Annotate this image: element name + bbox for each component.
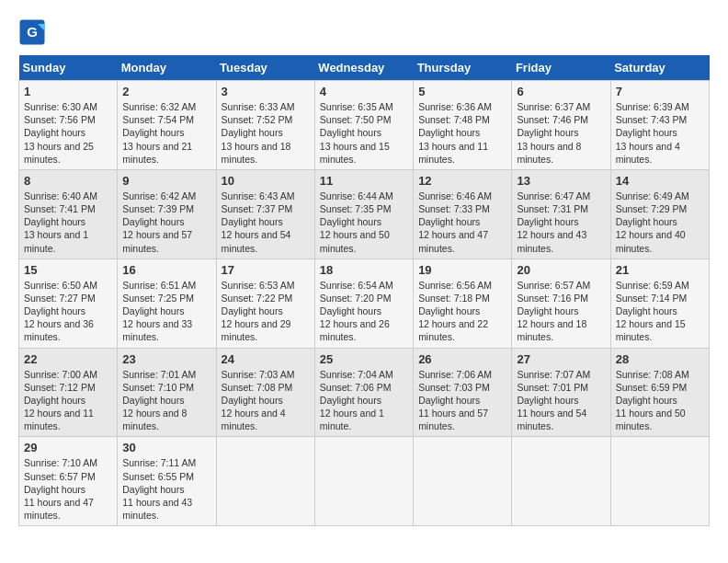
day-number: 7: [616, 85, 704, 98]
calendar-cell: 23 Sunrise: 7:01 AM Sunset: 7:10 PM Dayl…: [118, 348, 216, 437]
weekday-header: Thursday: [414, 55, 512, 81]
logo-icon: G: [18, 18, 46, 46]
day-number: 25: [320, 352, 408, 366]
day-number: 27: [517, 352, 605, 366]
day-number: 28: [616, 352, 704, 366]
day-info: Sunrise: 6:32 AM Sunset: 7:54 PM Dayligh…: [122, 100, 210, 166]
weekday-header: Sunday: [19, 55, 118, 81]
calendar-cell: [610, 437, 709, 526]
day-number: 8: [24, 174, 112, 188]
day-info: Sunrise: 6:53 AM Sunset: 7:22 PM Dayligh…: [222, 279, 310, 344]
calendar-cell: 1 Sunrise: 6:30 AM Sunset: 7:56 PM Dayli…: [19, 81, 118, 170]
day-number: 13: [517, 174, 605, 188]
day-info: Sunrise: 6:44 AM Sunset: 7:35 PM Dayligh…: [320, 190, 408, 255]
day-number: 11: [320, 174, 408, 188]
day-info: Sunrise: 7:11 AM Sunset: 6:55 PM Dayligh…: [122, 456, 210, 522]
day-info: Sunrise: 7:03 AM Sunset: 7:08 PM Dayligh…: [222, 368, 310, 433]
calendar-cell: 8 Sunrise: 6:40 AM Sunset: 7:41 PM Dayli…: [19, 169, 118, 259]
day-info: Sunrise: 6:50 AM Sunset: 7:27 PM Dayligh…: [24, 279, 112, 344]
calendar-cell: 25 Sunrise: 7:04 AM Sunset: 7:06 PM Dayl…: [314, 348, 413, 437]
day-info: Sunrise: 7:01 AM Sunset: 7:10 PM Dayligh…: [122, 368, 210, 433]
day-info: Sunrise: 6:43 AM Sunset: 7:37 PM Dayligh…: [222, 190, 310, 255]
page-header: G: [18, 18, 710, 46]
calendar-row: 1 Sunrise: 6:30 AM Sunset: 7:56 PM Dayli…: [19, 81, 710, 170]
day-number: 4: [320, 85, 408, 98]
day-info: Sunrise: 6:47 AM Sunset: 7:31 PM Dayligh…: [517, 190, 605, 255]
day-info: Sunrise: 6:46 AM Sunset: 7:33 PM Dayligh…: [418, 190, 506, 255]
calendar-cell: 29 Sunrise: 7:10 AM Sunset: 6:57 PM Dayl…: [19, 437, 118, 526]
day-info: Sunrise: 6:59 AM Sunset: 7:14 PM Dayligh…: [616, 279, 704, 344]
weekday-header: Friday: [512, 55, 610, 81]
calendar-table: SundayMondayTuesdayWednesdayThursdayFrid…: [18, 55, 710, 526]
day-number: 22: [24, 352, 112, 366]
day-number: 23: [122, 352, 210, 366]
calendar-cell: 7 Sunrise: 6:39 AM Sunset: 7:43 PM Dayli…: [610, 81, 709, 170]
day-number: 15: [24, 263, 112, 277]
calendar-header: SundayMondayTuesdayWednesdayThursdayFrid…: [19, 55, 710, 81]
calendar-cell: [512, 437, 610, 526]
day-number: 6: [517, 85, 605, 98]
calendar-row: 29 Sunrise: 7:10 AM Sunset: 6:57 PM Dayl…: [19, 437, 710, 526]
day-info: Sunrise: 6:37 AM Sunset: 7:46 PM Dayligh…: [517, 100, 605, 166]
calendar-cell: 22 Sunrise: 7:00 AM Sunset: 7:12 PM Dayl…: [19, 348, 118, 437]
day-number: 16: [122, 263, 210, 277]
calendar-cell: 15 Sunrise: 6:50 AM Sunset: 7:27 PM Dayl…: [19, 259, 118, 348]
day-info: Sunrise: 6:56 AM Sunset: 7:18 PM Dayligh…: [418, 279, 506, 344]
calendar-cell: 14 Sunrise: 6:49 AM Sunset: 7:29 PM Dayl…: [610, 169, 709, 259]
day-info: Sunrise: 7:00 AM Sunset: 7:12 PM Dayligh…: [24, 368, 112, 433]
weekday-header: Monday: [118, 55, 216, 81]
calendar-cell: [314, 437, 413, 526]
calendar-body: 1 Sunrise: 6:30 AM Sunset: 7:56 PM Dayli…: [19, 81, 710, 526]
calendar-cell: 16 Sunrise: 6:51 AM Sunset: 7:25 PM Dayl…: [118, 259, 216, 348]
day-info: Sunrise: 6:33 AM Sunset: 7:52 PM Dayligh…: [222, 100, 310, 166]
day-number: 5: [418, 85, 506, 98]
weekday-header: Wednesday: [314, 55, 413, 81]
calendar-cell: 28 Sunrise: 7:08 AM Sunset: 6:59 PM Dayl…: [610, 348, 709, 437]
weekday-header: Tuesday: [216, 55, 314, 81]
calendar-cell: 13 Sunrise: 6:47 AM Sunset: 7:31 PM Dayl…: [512, 169, 610, 259]
logo: G: [18, 18, 50, 46]
day-info: Sunrise: 6:49 AM Sunset: 7:29 PM Dayligh…: [616, 190, 704, 255]
day-number: 2: [122, 85, 210, 98]
calendar-cell: 3 Sunrise: 6:33 AM Sunset: 7:52 PM Dayli…: [216, 81, 314, 170]
calendar-cell: 20 Sunrise: 6:57 AM Sunset: 7:16 PM Dayl…: [512, 259, 610, 348]
calendar-cell: 19 Sunrise: 6:56 AM Sunset: 7:18 PM Dayl…: [414, 259, 512, 348]
day-number: 21: [616, 263, 704, 277]
calendar-cell: 2 Sunrise: 6:32 AM Sunset: 7:54 PM Dayli…: [118, 81, 216, 170]
calendar-cell: 9 Sunrise: 6:42 AM Sunset: 7:39 PM Dayli…: [118, 169, 216, 259]
day-info: Sunrise: 6:57 AM Sunset: 7:16 PM Dayligh…: [517, 279, 605, 344]
calendar-cell: 5 Sunrise: 6:36 AM Sunset: 7:48 PM Dayli…: [414, 81, 512, 170]
day-info: Sunrise: 7:08 AM Sunset: 6:59 PM Dayligh…: [616, 368, 704, 433]
svg-text:G: G: [27, 24, 38, 40]
calendar-cell: [414, 437, 512, 526]
calendar-row: 15 Sunrise: 6:50 AM Sunset: 7:27 PM Dayl…: [19, 259, 710, 348]
day-number: 29: [24, 441, 112, 454]
day-info: Sunrise: 6:35 AM Sunset: 7:50 PM Dayligh…: [320, 100, 408, 166]
calendar-cell: 30 Sunrise: 7:11 AM Sunset: 6:55 PM Dayl…: [118, 437, 216, 526]
day-number: 18: [320, 263, 408, 277]
calendar-row: 22 Sunrise: 7:00 AM Sunset: 7:12 PM Dayl…: [19, 348, 710, 437]
day-info: Sunrise: 6:36 AM Sunset: 7:48 PM Dayligh…: [418, 100, 506, 166]
calendar-row: 8 Sunrise: 6:40 AM Sunset: 7:41 PM Dayli…: [19, 169, 710, 259]
day-number: 17: [222, 263, 310, 277]
calendar-cell: 24 Sunrise: 7:03 AM Sunset: 7:08 PM Dayl…: [216, 348, 314, 437]
day-number: 10: [222, 174, 310, 188]
day-number: 26: [418, 352, 506, 366]
day-number: 14: [616, 174, 704, 188]
day-number: 12: [418, 174, 506, 188]
calendar-cell: [216, 437, 314, 526]
day-info: Sunrise: 6:42 AM Sunset: 7:39 PM Dayligh…: [122, 190, 210, 255]
day-info: Sunrise: 6:39 AM Sunset: 7:43 PM Dayligh…: [616, 100, 704, 166]
day-info: Sunrise: 7:10 AM Sunset: 6:57 PM Dayligh…: [24, 456, 112, 522]
calendar-cell: 27 Sunrise: 7:07 AM Sunset: 7:01 PM Dayl…: [512, 348, 610, 437]
calendar-cell: 26 Sunrise: 7:06 AM Sunset: 7:03 PM Dayl…: [414, 348, 512, 437]
day-number: 24: [222, 352, 310, 366]
day-info: Sunrise: 7:04 AM Sunset: 7:06 PM Dayligh…: [320, 368, 408, 433]
day-info: Sunrise: 6:51 AM Sunset: 7:25 PM Dayligh…: [122, 279, 210, 344]
day-number: 3: [222, 85, 310, 98]
day-number: 19: [418, 263, 506, 277]
calendar-cell: 6 Sunrise: 6:37 AM Sunset: 7:46 PM Dayli…: [512, 81, 610, 170]
calendar-cell: 11 Sunrise: 6:44 AM Sunset: 7:35 PM Dayl…: [314, 169, 413, 259]
weekday-header: Saturday: [610, 55, 709, 81]
calendar-cell: 18 Sunrise: 6:54 AM Sunset: 7:20 PM Dayl…: [314, 259, 413, 348]
